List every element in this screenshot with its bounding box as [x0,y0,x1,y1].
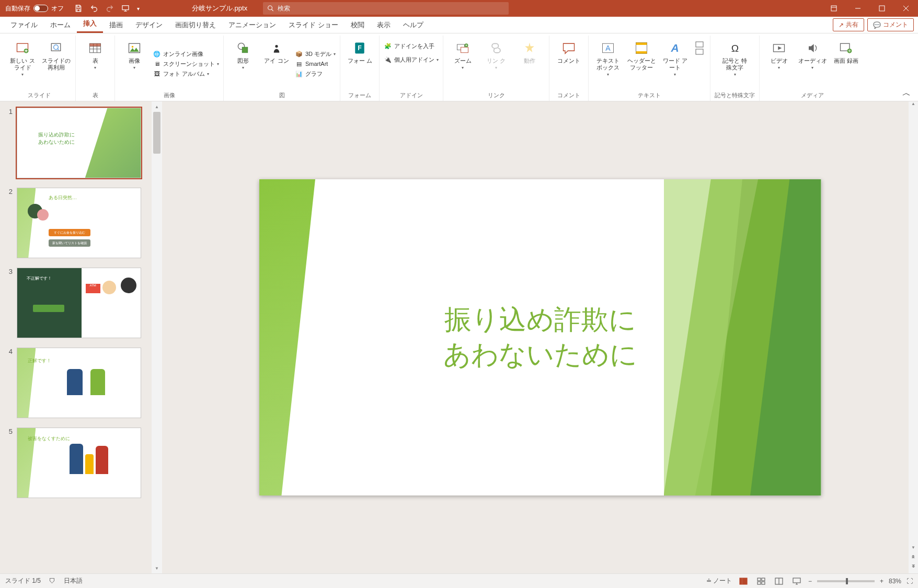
online-pictures-button[interactable]: 🌐オンライン画像 [153,50,219,58]
svg-point-15 [275,45,278,48]
current-slide[interactable]: 振り込め詐欺にあわないために [259,179,821,495]
zoom-slider[interactable] [817,580,875,582]
tab-view[interactable]: 表示 [371,17,397,33]
quick-access-toolbar: ▾ [69,4,145,13]
fit-to-window-icon[interactable]: ⛶ [906,578,913,585]
slide-editor[interactable]: 振り込め詐欺にあわないために ▲ ▼ ⯭ ⯯ [162,101,918,573]
pictures-button[interactable]: 画像▾ [119,38,150,90]
thumbnail-1[interactable]: 振り込め詐欺にあわないために [17,108,141,178]
action-button[interactable]: 動作 [514,38,545,90]
screenshot-button[interactable]: 🖥スクリーンショット ▾ [153,60,219,68]
present-icon[interactable] [121,4,130,13]
redo-icon[interactable] [106,4,114,13]
scroll-up-icon[interactable]: ▲ [909,101,918,111]
thumb-number: 4 [4,348,13,418]
prev-slide-icon[interactable]: ⯭ [909,555,918,564]
wordart-button[interactable]: A ワード アート▾ [660,38,690,90]
group-tables: 表▾ 表 [76,36,115,101]
language-indicator[interactable]: 日本語 [64,577,83,585]
smartart-button[interactable]: ▤SmartArt [295,60,336,68]
my-addins-button[interactable]: 🔌個人用アドイン ▾ [384,55,439,64]
shapes-button[interactable]: 図形▾ [228,38,258,90]
scrollbar-handle[interactable] [153,112,160,154]
tab-insert[interactable]: 挿入 [77,16,103,33]
maximize-icon[interactable] [870,0,894,17]
group-slides: 新しい スライド▾ スライドの 再利用 スライド [3,36,76,101]
editor-scrollbar[interactable]: ▲ ▼ ⯭ ⯯ [909,101,918,573]
zoom-level[interactable]: 83% [889,578,901,585]
tab-slideshow[interactable]: スライド ショー [282,17,345,33]
qat-more-icon[interactable]: ▾ [137,6,140,11]
thumbnail-4[interactable]: 正解です！ [17,348,141,418]
zoom-in-button[interactable]: + [880,578,883,585]
reuse-slides-button[interactable]: スライドの 再利用 [41,38,71,90]
svg-rect-0 [122,6,129,10]
group-text: A テキスト ボックス▾ ヘッダーと フッター A ワード アート▾ テキスト [589,36,710,101]
tab-draw[interactable]: 描画 [103,17,129,33]
svg-text:F: F [358,44,362,52]
tab-home[interactable]: ホーム [44,17,77,33]
thumb-number: 1 [4,108,13,178]
header-footer-button[interactable]: ヘッダーと フッター [626,38,657,90]
svg-rect-10 [90,43,101,46]
scroll-down-icon[interactable]: ▼ [152,563,162,573]
group-forms: F フォー ム フォーム [340,36,380,101]
normal-view-icon[interactable] [737,576,750,586]
tab-transitions[interactable]: 画面切り替え [169,17,222,33]
get-addins-button[interactable]: 🧩アドインを入手 [384,42,439,50]
tab-review[interactable]: 校閲 [345,17,371,33]
tab-help[interactable]: ヘルプ [397,17,430,33]
zoom-button[interactable]: ズーム▾ [447,38,478,90]
video-button[interactable]: ビデオ▾ [764,38,794,90]
undo-icon[interactable] [90,4,98,13]
table-button[interactable]: 表▾ [80,38,110,90]
next-slide-icon[interactable]: ⯯ [909,564,918,573]
accessibility-icon[interactable]: ⛉ [49,578,55,585]
thumbnail-5[interactable]: 被害をなくすために [17,428,141,498]
3d-models-button[interactable]: 📦3D モデル ▾ [295,50,336,58]
comment-button[interactable]: コメント [554,38,584,90]
save-icon[interactable] [74,4,83,13]
tab-animations[interactable]: アニメーション [222,17,282,33]
slide-title[interactable]: 振り込め詐欺にあわないために [443,302,637,373]
collapse-ribbon-icon[interactable]: ︿ [898,86,915,101]
search-input[interactable] [278,5,505,12]
close-icon[interactable] [894,0,918,17]
thumbnail-3[interactable]: ATM 不正解です！ [17,268,141,338]
autosave-toggle[interactable]: 自動保存 オフ [0,4,69,13]
text-more-button[interactable] [693,38,706,90]
svg-rect-2 [831,6,836,11]
screen-recording-button[interactable]: 画面 録画 [831,38,861,90]
minimize-icon[interactable] [846,0,870,17]
forms-button[interactable]: F フォー ム [345,38,375,90]
thumbnail-scrollbar[interactable]: ▲ ▼ [152,101,162,573]
tab-design[interactable]: デザイン [129,17,169,33]
svg-rect-38 [762,582,765,584]
scroll-up-icon[interactable]: ▲ [152,101,162,112]
svg-rect-36 [762,578,765,581]
new-slide-button[interactable]: 新しい スライド▾ [7,38,38,90]
thumbnail-2[interactable]: ある日突然… すぐにお金を振り込む 家を聞いてリストを確認 [17,188,141,258]
scroll-down-icon[interactable]: ▼ [909,545,918,555]
slideshow-view-icon[interactable] [790,576,803,586]
textbox-button[interactable]: A テキスト ボックス▾ [593,38,623,90]
link-button[interactable]: リン ク▾ [481,38,511,90]
audio-button[interactable]: オーディオ▾ [797,38,828,90]
svg-rect-19 [461,47,468,53]
comments-button[interactable]: 💬 コメント [867,18,914,31]
svg-point-1 [268,6,272,10]
search-box[interactable] [263,2,509,15]
chart-button[interactable]: 📊グラフ [295,70,336,78]
group-media: ビデオ▾ オーディオ▾ 画面 録画 メディア [760,36,865,101]
photo-album-button[interactable]: 🖼フォト アルバム ▾ [153,70,219,78]
sorter-view-icon[interactable] [755,576,767,586]
symbols-button[interactable]: Ω 記号と 特殊文字▾ [720,38,750,90]
icons-button[interactable]: アイ コン [261,38,292,90]
zoom-out-button[interactable]: − [808,578,812,585]
tab-file[interactable]: ファイル [4,17,44,33]
thumb-number: 2 [4,188,13,258]
share-button[interactable]: ↗ 共有 [833,18,864,31]
ribbon-options-icon[interactable] [822,0,846,17]
notes-button[interactable]: ≐ ノート [706,577,732,585]
reading-view-icon[interactable] [773,576,785,586]
